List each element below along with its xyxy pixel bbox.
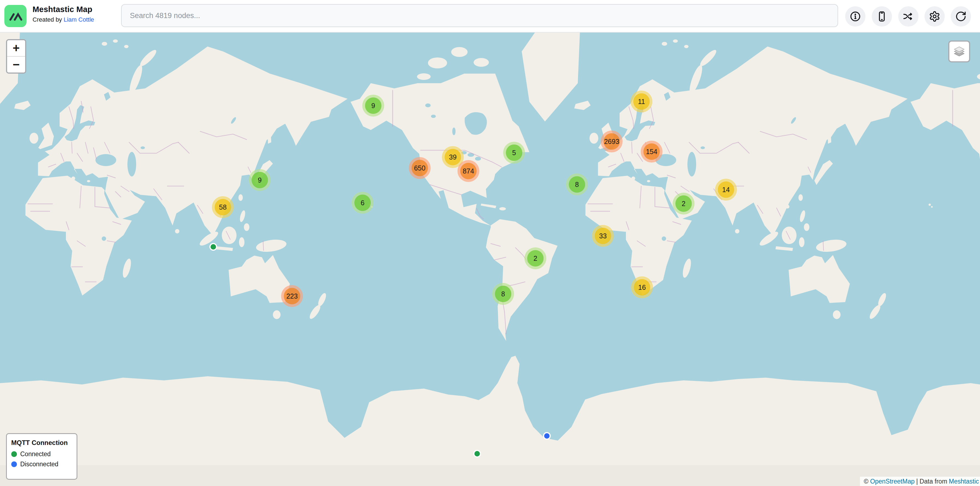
- layers-control[interactable]: [948, 40, 970, 62]
- zoom-out-button[interactable]: −: [7, 57, 25, 73]
- cluster-marker[interactable]: 2: [673, 193, 695, 215]
- cluster-marker[interactable]: 8: [492, 283, 514, 305]
- cluster-count: 14: [722, 186, 730, 194]
- node-marker-connected[interactable]: [473, 450, 481, 457]
- title-block: Meshtastic Map Created by Liam Cottle: [33, 5, 94, 24]
- cluster-count: 874: [463, 167, 474, 175]
- map-attribution: © OpenStreetMap| Data fromMeshtastic: [860, 477, 980, 486]
- legend-label: Connected: [20, 451, 51, 458]
- cluster-marker[interactable]: 58: [212, 196, 234, 218]
- cluster-marker[interactable]: 2: [525, 247, 546, 269]
- settings-button[interactable]: [924, 6, 945, 27]
- cluster-marker[interactable]: 154: [641, 141, 663, 163]
- cluster-count: 223: [286, 292, 298, 300]
- legend-title: MQTT Connection: [11, 439, 72, 446]
- world-map: [0, 0, 980, 486]
- page-title: Meshtastic Map: [33, 5, 94, 14]
- cluster-marker[interactable]: 9: [249, 169, 271, 191]
- node-marker-disconnected[interactable]: [543, 432, 551, 440]
- cluster-marker[interactable]: 650: [409, 157, 431, 179]
- cluster-count: 6: [361, 199, 364, 207]
- cluster-count: 2: [533, 255, 537, 263]
- cluster-marker[interactable]: 2693: [601, 131, 623, 153]
- search-input[interactable]: [121, 4, 838, 27]
- osm-link[interactable]: OpenStreetMap: [870, 478, 915, 485]
- info-button[interactable]: [845, 6, 865, 27]
- random-node-button[interactable]: [898, 6, 918, 27]
- zoom-control: + −: [6, 39, 26, 73]
- cluster-marker[interactable]: 16: [631, 276, 653, 298]
- cluster-count: 16: [638, 284, 646, 292]
- layers-icon: [952, 44, 967, 59]
- cluster-count: 650: [414, 164, 425, 172]
- shuffle-icon: [903, 11, 914, 22]
- mqtt-legend: MQTT Connection Connected Disconnected: [6, 433, 77, 480]
- gear-icon: [929, 11, 940, 22]
- attribution-text: | Data from: [916, 478, 947, 485]
- cluster-count: 2693: [604, 138, 619, 146]
- cluster-marker[interactable]: 33: [592, 225, 614, 247]
- cluster-marker[interactable]: 5: [503, 142, 525, 164]
- cluster-count: 11: [638, 98, 645, 106]
- meshtastic-link[interactable]: Meshtastic: [949, 478, 979, 485]
- refresh-button[interactable]: [951, 6, 971, 27]
- cluster-count: 8: [575, 181, 579, 188]
- node-marker-connected[interactable]: [210, 243, 217, 251]
- legend-label: Disconnected: [20, 461, 58, 468]
- refresh-icon: [955, 11, 967, 22]
- cluster-marker[interactable]: 874: [457, 160, 479, 182]
- created-by-text: Created by: [33, 16, 64, 23]
- cluster-count: 8: [501, 290, 505, 298]
- cluster-count: 9: [258, 176, 262, 184]
- cluster-count: 33: [599, 232, 607, 240]
- legend-item-connected: Connected: [11, 451, 72, 458]
- header-bar: Meshtastic Map Created by Liam Cottle: [0, 0, 980, 33]
- cluster-count: 39: [449, 153, 457, 161]
- cluster-marker[interactable]: 223: [281, 285, 303, 307]
- smartphone-icon: [876, 11, 888, 22]
- meshtastic-logo-icon: [5, 5, 27, 27]
- meshtastic-map-app: 911269315439650874589586214332816223 Mes…: [0, 0, 980, 486]
- mobile-app-button[interactable]: [872, 6, 892, 27]
- created-by: Created by Liam Cottle: [33, 16, 94, 24]
- author-link[interactable]: Liam Cottle: [64, 16, 94, 23]
- connected-dot-icon: [11, 451, 17, 457]
- copyright-symbol: ©: [864, 478, 869, 485]
- cluster-count: 58: [219, 203, 227, 211]
- cluster-count: 2: [682, 200, 686, 208]
- info-icon: [850, 11, 861, 22]
- cluster-marker[interactable]: 9: [362, 95, 384, 116]
- cluster-marker[interactable]: 8: [566, 174, 588, 195]
- cluster-marker[interactable]: 6: [352, 192, 374, 214]
- cluster-marker[interactable]: 11: [630, 91, 652, 113]
- cluster-count: 9: [371, 102, 375, 110]
- map-canvas[interactable]: [0, 0, 980, 486]
- cluster-count: 5: [512, 149, 516, 157]
- zoom-in-button[interactable]: +: [7, 40, 25, 56]
- legend-item-disconnected: Disconnected: [11, 461, 72, 468]
- cluster-count: 154: [646, 148, 657, 156]
- cluster-marker[interactable]: 14: [715, 179, 737, 201]
- disconnected-dot-icon: [11, 461, 17, 467]
